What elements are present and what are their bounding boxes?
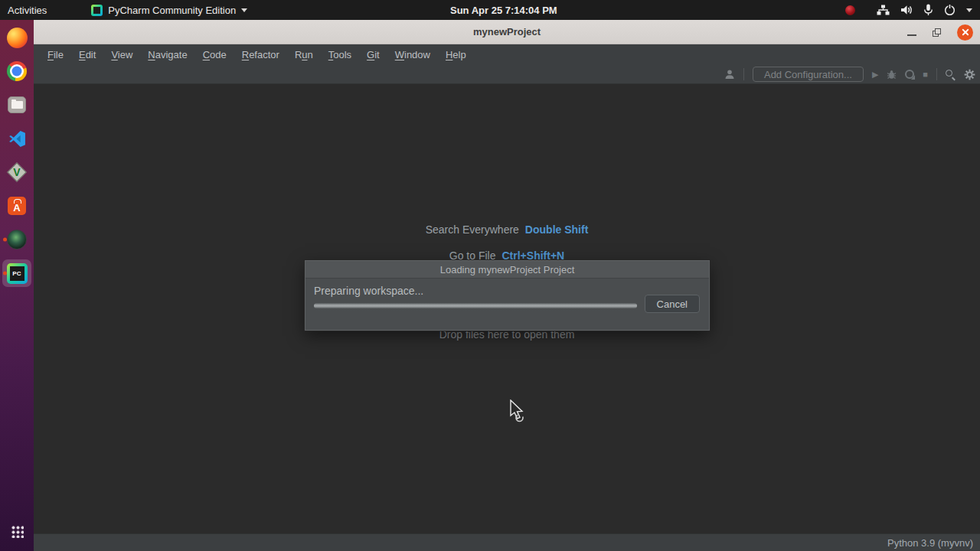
grid-icon (11, 525, 24, 538)
pycharm-app-icon (91, 5, 103, 16)
debug-bug-icon[interactable] (887, 70, 897, 80)
stop-icon[interactable]: ■ (923, 70, 928, 79)
menu-navigate[interactable]: Navigate (141, 47, 194, 63)
menu-window[interactable]: Window (388, 47, 437, 63)
dock-item-chrome[interactable] (2, 57, 31, 85)
power-icon (944, 4, 956, 16)
menu-git[interactable]: Git (360, 47, 387, 63)
focused-app-menu[interactable]: PyCharm Community Edition (91, 0, 247, 20)
cancel-button[interactable]: Cancel (645, 295, 700, 313)
hint-search-everywhere: Search EverywhereDouble Shift (426, 223, 589, 236)
close-button[interactable] (957, 24, 973, 41)
maximize-button[interactable] (933, 28, 941, 37)
user-icon[interactable] (724, 69, 735, 80)
dock-item-screen-recorder[interactable] (2, 226, 31, 253)
gnome-top-bar: Activities PyCharm Community Edition Sun… (0, 0, 980, 20)
network-icon (877, 5, 890, 15)
menu-tools[interactable]: Tools (322, 47, 358, 63)
loading-project-dialog: Loading mynewProject Project Preparing w… (305, 260, 710, 331)
clock[interactable]: Sun Apr 25 7:14:04 PM (450, 0, 557, 20)
volume-icon (900, 5, 913, 15)
dock-item-vim[interactable]: V (2, 158, 31, 186)
menu-file[interactable]: File (41, 47, 70, 63)
dock: V A PC (0, 20, 34, 551)
window-title: mynewProject (473, 26, 541, 37)
profiler-icon[interactable] (905, 70, 914, 79)
menu-run[interactable]: Run (288, 47, 320, 63)
status-bar: Python 3.9 (myvnv) (34, 533, 980, 551)
settings-gear-icon[interactable] (964, 69, 975, 80)
menu-code[interactable]: Code (196, 47, 234, 63)
dialog-message: Preparing workspace... (314, 285, 423, 297)
firefox-icon (7, 28, 28, 48)
recording-indicator-icon (845, 5, 855, 15)
chevron-down-icon (241, 8, 247, 12)
focused-app-name: PyCharm Community Edition (108, 5, 236, 16)
vim-icon: V (7, 162, 27, 182)
minimize-button[interactable] (907, 34, 916, 36)
editor-area: Search EverywhereDouble Shift Go to File… (34, 84, 980, 533)
files-icon (8, 96, 26, 113)
dock-item-pycharm[interactable]: PC (2, 259, 31, 287)
menu-view[interactable]: View (104, 47, 139, 63)
menu-edit[interactable]: Edit (72, 47, 103, 63)
dialog-title: Loading mynewProject Project (305, 261, 709, 279)
vscode-icon (8, 130, 26, 148)
chrome-icon (7, 61, 27, 81)
activities-button[interactable]: Activities (0, 0, 56, 20)
shortcut-double-shift: Double Shift (525, 223, 588, 236)
toolbar-separator (936, 68, 937, 80)
dock-item-files[interactable] (2, 91, 31, 119)
microphone-icon (923, 4, 933, 16)
chevron-down-icon (966, 8, 972, 12)
pycharm-icon: PC (7, 263, 28, 284)
menu-refactor[interactable]: Refactor (235, 47, 286, 63)
window-titlebar[interactable]: mynewProject (34, 20, 980, 44)
progress-bar (314, 303, 637, 308)
add-configuration-button[interactable]: Add Configuration... (753, 67, 864, 82)
run-icon[interactable]: ▶ (872, 70, 878, 79)
dock-item-vscode[interactable] (2, 125, 31, 152)
show-applications-button[interactable] (2, 517, 31, 545)
search-icon[interactable] (946, 70, 956, 80)
mouse-cursor (509, 399, 532, 425)
dock-item-ubuntu-software[interactable]: A (2, 192, 31, 220)
python-interpreter-widget[interactable]: Python 3.9 (myvnv) (887, 537, 973, 549)
menu-help[interactable]: Help (439, 47, 473, 63)
system-tray[interactable] (845, 0, 972, 20)
ubuntu-software-icon: A (8, 197, 26, 215)
toolbar-separator (743, 68, 744, 80)
main-toolbar: Add Configuration... ▶ ■ (34, 64, 980, 84)
dock-item-firefox[interactable] (2, 24, 31, 51)
screen-recorder-icon (7, 230, 27, 249)
menu-bar: FileEditViewNavigateCodeRefactorRunTools… (34, 44, 980, 64)
pycharm-window: mynewProject FileEditViewNavigateCodeRef… (34, 20, 980, 551)
